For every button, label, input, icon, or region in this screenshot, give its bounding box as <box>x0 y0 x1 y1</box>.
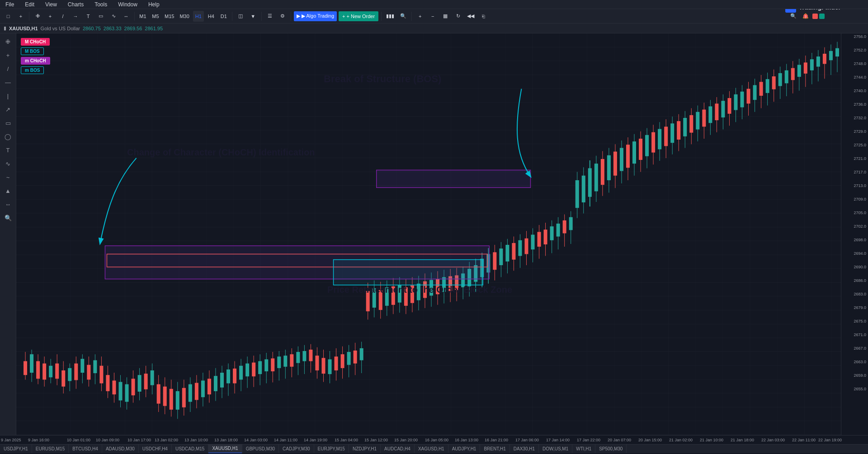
hline-tool[interactable]: ― <box>2 76 14 89</box>
price-2675: 2675.0 <box>854 319 866 323</box>
m-bos2-pill[interactable]: m BOS <box>21 66 44 74</box>
m-choch-pill[interactable]: M CHoCH <box>21 38 50 46</box>
grid-button[interactable]: ▦ <box>440 11 451 22</box>
m-bos-pill[interactable]: M BOS <box>21 47 44 55</box>
bell-area[interactable]: 🔔 3 <box>802 13 809 19</box>
menu-tools[interactable]: Tools <box>93 0 109 9</box>
add-indicator-button[interactable]: + <box>15 11 26 22</box>
zoom-in-button[interactable]: + <box>415 11 425 22</box>
menu-file[interactable]: File <box>4 0 16 9</box>
search-icon-button[interactable]: 🔍 <box>788 11 799 22</box>
tf-m1[interactable]: M1 <box>137 11 148 22</box>
legend-m-bos2[interactable]: m BOS <box>21 66 50 74</box>
menu-view[interactable]: View <box>43 0 59 9</box>
tf-m5[interactable]: M5 <box>150 11 161 22</box>
rectangle-button[interactable]: ▭ <box>95 11 106 22</box>
line-tool[interactable]: / <box>2 62 14 75</box>
cursor-button[interactable]: ✙ <box>32 11 43 22</box>
tf-h1[interactable]: H1 <box>193 11 204 22</box>
menu-help[interactable]: Help <box>146 0 161 9</box>
zoom-out-button[interactable]: − <box>427 11 438 22</box>
tf-d1[interactable]: D1 <box>218 11 229 22</box>
svg-rect-22 <box>74 364 78 380</box>
legend-m-bos[interactable]: M BOS <box>21 47 50 55</box>
bottom-tab-4[interactable]: USDCHF,H4 <box>139 445 172 454</box>
svg-rect-40 <box>132 379 135 395</box>
rectangle-tool[interactable]: ▭ <box>2 117 14 129</box>
zoom-button[interactable]: 🔍 <box>398 11 409 22</box>
alerts-button[interactable]: ⚙ <box>277 11 288 22</box>
svg-rect-8 <box>30 354 33 373</box>
bottom-tab-1[interactable]: EURUSD,M15 <box>32 445 69 454</box>
bar-chart-button[interactable]: ▮▮▮ <box>384 11 396 22</box>
bottom-tab-5[interactable]: USDCAD,M15 <box>172 445 208 454</box>
fibonacci-tool[interactable]: ∿ <box>2 157 14 170</box>
bottom-tab-15[interactable]: DAX30,H1 <box>510 445 539 454</box>
bottom-tab-10[interactable]: NZDJPY,H1 <box>349 445 381 454</box>
time-label-1: 9 Jan 16:00 <box>28 438 49 442</box>
crosshair-tool[interactable]: + <box>2 49 14 61</box>
tf-h4[interactable]: H4 <box>206 11 217 22</box>
svg-rect-38 <box>125 384 129 402</box>
text-button[interactable]: T <box>83 11 94 22</box>
fibonacci-button[interactable]: ∿ <box>108 11 119 22</box>
price-2721: 2721.0 <box>854 156 866 161</box>
legend-m-choch2[interactable]: m CHoCH <box>21 57 50 65</box>
refresh-button[interactable]: ↻ <box>453 11 463 22</box>
gann-tool[interactable]: ▲ <box>2 184 14 197</box>
new-order-button[interactable]: + + New Order <box>339 11 378 21</box>
chart-area[interactable]: M CHoCH M BOS m CHoCH m BOS Break of Str… <box>16 33 841 435</box>
bottom-tab-13[interactable]: AUDJPY,H1 <box>448 445 481 454</box>
legend-m-choch[interactable]: M CHoCH <box>21 38 50 46</box>
menu-window[interactable]: Window <box>116 0 139 9</box>
bottom-tab-6[interactable]: XAUUSD,H1 <box>208 445 242 454</box>
bottom-tab-11[interactable]: AUDCAD,H4 <box>381 445 415 454</box>
tf-m15[interactable]: M15 <box>163 11 176 22</box>
bottom-tab-16[interactable]: DOW,US,M1 <box>539 445 572 454</box>
chart-type-button[interactable]: ◫ <box>235 11 246 22</box>
bottom-tab-9[interactable]: EURJPY,M15 <box>314 445 349 454</box>
text-tool[interactable]: T <box>2 144 14 156</box>
tf-m30[interactable]: M30 <box>178 11 191 22</box>
new-chart-button[interactable]: □ <box>3 11 14 22</box>
menu-edit[interactable]: Edit <box>23 0 36 9</box>
zoom-region-tool[interactable]: 🔍 <box>2 211 14 224</box>
svg-rect-50 <box>163 387 167 406</box>
svg-rect-14 <box>49 366 52 378</box>
circle-tool[interactable]: ◯ <box>2 130 14 143</box>
volume-button[interactable]: ⎗ <box>478 11 489 22</box>
scrollback-button[interactable]: ◀◀ <box>465 11 476 22</box>
line-button[interactable]: / <box>57 11 68 22</box>
bottom-tab-3[interactable]: ADAUSD,M30 <box>102 445 139 454</box>
bottom-tab-8[interactable]: CADJPY,M30 <box>279 445 314 454</box>
arrow-tool[interactable]: ↗ <box>2 103 14 116</box>
svg-rect-54 <box>176 391 179 410</box>
arrow-button[interactable]: → <box>70 11 81 22</box>
bottom-tab-2[interactable]: BTCUSD,H4 <box>69 445 102 454</box>
bottom-tab-0[interactable]: USDJPY,H1 <box>0 445 32 454</box>
price-1: 2860.75 <box>83 26 101 31</box>
cursor-tool[interactable]: ✙ <box>2 35 14 48</box>
measure-tool[interactable]: ↔ <box>2 198 14 211</box>
m-choch2-pill[interactable]: m CHoCH <box>21 57 50 65</box>
template-button[interactable]: ☰ <box>264 11 275 22</box>
menu-charts[interactable]: Charts <box>66 0 85 9</box>
svg-rect-250 <box>797 65 801 77</box>
algo-trading-button[interactable]: ▶ ▶ Algo Trading <box>294 11 337 21</box>
crosshair-button[interactable]: + <box>45 11 56 22</box>
bottom-tab-7[interactable]: GBPUSD,M30 <box>242 445 279 454</box>
svg-rect-128 <box>410 286 414 303</box>
bottom-tab-18[interactable]: SP500,M30 <box>595 445 627 454</box>
measure-button[interactable]: ↔ <box>121 11 132 22</box>
svg-rect-164 <box>524 239 528 254</box>
chart-style-dropdown[interactable]: ▼ <box>248 11 259 22</box>
bottom-tab-14[interactable]: BRENT,H1 <box>480 445 509 454</box>
time-label-23: 21 Jan 10:00 <box>700 438 723 442</box>
time-label-19: 17 Jan 22:00 <box>577 438 600 442</box>
vline-tool[interactable]: | <box>2 89 14 102</box>
bottom-tab-17[interactable]: WTI,H1 <box>572 445 595 454</box>
wave-tool[interactable]: ~ <box>2 171 14 183</box>
svg-rect-254 <box>810 59 814 70</box>
bottom-tab-12[interactable]: XAGUSD,H1 <box>415 445 448 454</box>
svg-rect-28 <box>93 360 97 373</box>
